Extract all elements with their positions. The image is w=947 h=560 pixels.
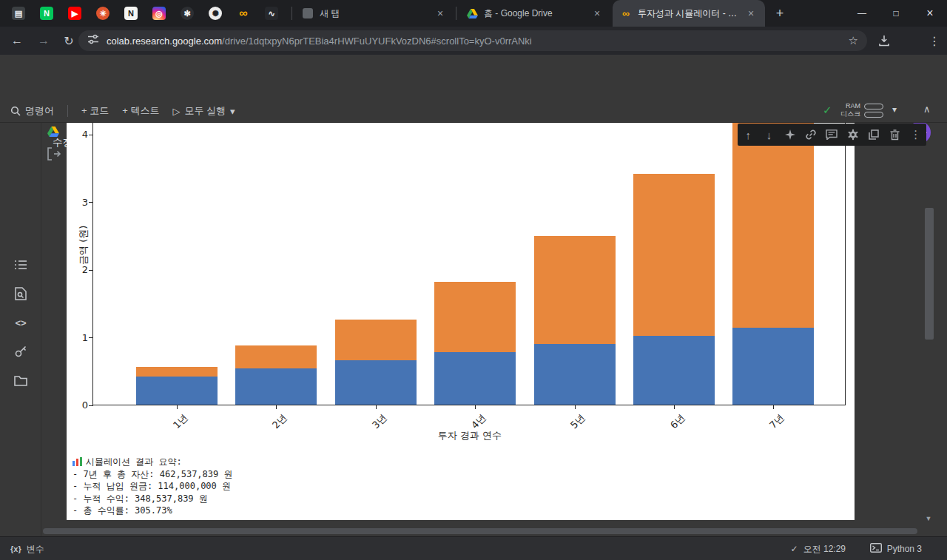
x-axis-label: 투자 경과 연수 <box>93 429 846 442</box>
x-tick-mark <box>674 405 675 409</box>
y-tick-label: 2 <box>70 264 88 275</box>
pinned-tab[interactable]: ✻ <box>173 7 201 20</box>
resources-indicator[interactable]: RAM 디스크 <box>840 102 883 118</box>
app-icon-1: ▤ <box>12 7 25 20</box>
bar-profit-segment <box>136 367 218 377</box>
check-icon: ✓ <box>791 544 798 554</box>
add-comment-button[interactable] <box>821 124 842 146</box>
bar-principal-segment <box>534 344 616 405</box>
window-minimize-button[interactable]: — <box>845 0 879 27</box>
tab-close-icon[interactable]: × <box>744 7 758 20</box>
x-tick-mark <box>177 405 178 409</box>
scroll-down-icon[interactable]: ▼ <box>922 512 935 525</box>
add-text-button[interactable]: + 텍스트 <box>122 104 159 118</box>
cell-output-area: 금액 (원) 투자 경과 연수 1년2년3년4년5년6년7년01234 시뮬레이… <box>67 123 855 520</box>
collapse-header-icon[interactable]: ∧ <box>923 104 931 115</box>
more-actions-kebab[interactable]: ⋮ <box>906 124 926 146</box>
pinned-tab[interactable]: ∿ <box>257 7 286 20</box>
forward-button[interactable]: → <box>33 30 55 52</box>
back-button[interactable]: ← <box>6 30 28 52</box>
cell-settings-gear-button[interactable] <box>843 124 863 146</box>
pinned-tab[interactable]: ▶ <box>61 7 89 20</box>
pinned-tab[interactable]: ∞ <box>229 7 257 20</box>
output-summary-title: 시뮬레이션 결과 요약: <box>86 456 182 468</box>
vertical-scrollbar-thumb[interactable] <box>925 208 934 340</box>
app-icon-2: ✺ <box>209 7 222 20</box>
browser-address-bar: ← → ↻ colab.research.google.com/drive/1d… <box>0 27 947 55</box>
code-snippets-icon[interactable]: <> <box>13 314 29 331</box>
y-tick-label: 0 <box>70 399 88 411</box>
tab-new-tab[interactable]: 새 탭 × <box>294 0 454 27</box>
find-replace-icon[interactable] <box>13 286 29 302</box>
secrets-key-icon[interactable] <box>13 343 29 360</box>
x-tick-mark <box>475 405 476 409</box>
run-all-button[interactable]: ▷ 모두 실행 ▾ <box>172 104 235 118</box>
variables-button[interactable]: {x} 변수 <box>10 537 44 560</box>
output-line: - 누적 수익: 348,537,839 원 <box>73 493 233 505</box>
pinned-tab[interactable]: ◎ <box>145 7 173 20</box>
browser-menu-kebab[interactable]: ⋮ <box>923 30 946 52</box>
resources-dropdown-icon[interactable]: ▾ <box>892 104 897 115</box>
window-maximize-button[interactable]: □ <box>879 0 913 27</box>
reload-button[interactable]: ↻ <box>58 30 80 52</box>
output-line: - 총 수익률: 305.73% <box>73 505 233 517</box>
tab-title: 투자성과 시뮬레이터 - Colab <box>638 7 738 20</box>
table-of-contents-icon[interactable] <box>13 257 29 273</box>
command-palette-button[interactable]: 명령어 <box>10 104 54 118</box>
delete-cell-button[interactable] <box>884 124 905 146</box>
bar-profit-segment <box>534 236 616 344</box>
notebook-toolbar: 명령어 + 코드 + 텍스트 ▷ 모두 실행 ▾ ✓ RAM 디스크 ▾ ∧ <box>0 99 947 123</box>
terminal-icon <box>870 543 882 555</box>
copy-link-button[interactable] <box>801 124 821 146</box>
url-omnibox[interactable]: colab.research.google.com/drive/1dqtxpyN… <box>78 30 867 51</box>
x-tick-mark <box>575 405 576 409</box>
y-tick-mark <box>89 405 93 406</box>
tab-colab-active[interactable]: ∞ 투자성과 시뮬레이터 - Colab × <box>613 0 765 27</box>
cell-gutter-icon[interactable] <box>46 146 62 164</box>
bar-principal-segment <box>335 360 417 405</box>
bar-profit-segment <box>335 320 417 360</box>
cell-output-text: 시뮬레이션 결과 요약: - 7년 후 총 자산: 462,537,839 원 … <box>73 456 233 517</box>
files-folder-icon[interactable] <box>13 372 29 388</box>
y-tick-mark <box>89 202 93 203</box>
disk-label: 디스크 <box>840 110 860 118</box>
disk-gauge <box>864 112 883 118</box>
window-controls: — □ × <box>845 0 947 27</box>
download-icon[interactable] <box>873 30 895 52</box>
ram-gauge <box>864 104 883 109</box>
pinned-tab[interactable]: ▤ <box>4 7 33 20</box>
ram-label: RAM <box>846 102 860 110</box>
pinned-tabs-group: ▤N▶✳N◎✻✺∞∿ <box>4 0 286 27</box>
status-bar: {x} 변수 ✓ 오전 12:29 Python 3 <box>0 536 947 560</box>
browser-tab-strip: ▤N▶✳N◎✻✺∞∿ 새 탭 × 홈 - Google Drive × ∞ 투자… <box>0 0 947 27</box>
x-tick-mark <box>276 405 277 409</box>
pinned-tab[interactable]: N <box>117 7 145 20</box>
tab-separator <box>291 7 292 20</box>
add-code-button[interactable]: + 코드 <box>81 104 109 118</box>
left-sidebar: <> <box>0 123 41 536</box>
tab-close-icon[interactable]: × <box>590 7 604 20</box>
horizontal-scrollbar-thumb[interactable] <box>43 528 917 534</box>
bar-profit-segment <box>732 123 814 328</box>
bookmark-star-icon[interactable]: ☆ <box>849 34 858 47</box>
gemini-sparkle-button[interactable] <box>780 124 801 146</box>
kernel-status[interactable]: Python 3 <box>870 537 922 560</box>
pinned-tab[interactable]: N <box>33 7 61 20</box>
tab-close-icon[interactable]: × <box>434 7 447 20</box>
new-tab-button[interactable]: + <box>771 4 789 22</box>
pinned-tab[interactable]: ✺ <box>201 7 229 20</box>
claude-icon: ✳ <box>96 7 109 20</box>
window-close-button[interactable]: × <box>913 0 947 27</box>
y-tick-mark <box>89 337 93 338</box>
app-icon-3: ∿ <box>265 7 278 20</box>
move-cell-down-button[interactable]: ↓ <box>758 124 779 146</box>
site-info-icon[interactable] <box>87 33 99 48</box>
execution-time-status: ✓ 오전 12:29 <box>791 537 846 560</box>
tab-google-drive[interactable]: 홈 - Google Drive × <box>459 0 611 27</box>
variables-icon: {x} <box>10 544 21 553</box>
bar-chart-emoji-icon <box>73 457 82 466</box>
mirror-cell-button[interactable] <box>863 124 884 146</box>
pinned-tab[interactable]: ✳ <box>89 7 117 20</box>
output-line: - 7년 후 총 자산: 462,537,839 원 <box>73 468 233 481</box>
move-cell-up-button[interactable]: ↑ <box>738 124 758 146</box>
